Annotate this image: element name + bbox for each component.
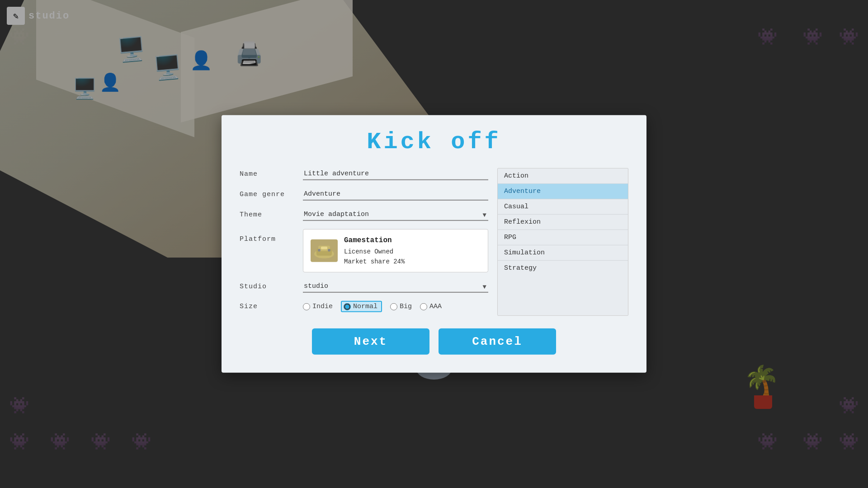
genre-rpg[interactable]: RPG — [498, 230, 628, 245]
genre-adventure[interactable]: Adventure — [498, 184, 628, 199]
genre-simulation[interactable]: Simulation — [498, 245, 628, 261]
genre-strategy[interactable]: Strategy — [498, 261, 628, 276]
studio-select-wrapper: studio ▼ — [303, 281, 488, 293]
size-row: Size Indie Normal Big — [240, 301, 488, 312]
genre-casual[interactable]: Casual — [498, 199, 628, 215]
name-input[interactable] — [303, 168, 488, 180]
size-indie-radio[interactable] — [303, 303, 310, 310]
size-aaa[interactable]: AAA — [420, 303, 442, 310]
genre-input[interactable] — [303, 188, 488, 201]
size-big-label: Big — [400, 303, 412, 310]
platform-name: Gamestation — [344, 235, 405, 247]
name-row: Name — [240, 168, 488, 180]
kickoff-modal: Kick off Name Game genre Theme Movie ada… — [222, 115, 646, 373]
next-button[interactable]: Next — [312, 328, 429, 355]
size-normal-label: Normal — [353, 303, 377, 310]
size-radio-group: Indie Normal Big AAA — [303, 301, 442, 312]
name-label: Name — [240, 170, 303, 178]
platform-license: License Owned — [344, 246, 405, 256]
platform-label: Platform — [240, 229, 303, 243]
studio-row: Studio studio ▼ — [240, 281, 488, 293]
form-section: Name Game genre Theme Movie adaptation F… — [240, 168, 488, 316]
svg-rect-3 — [321, 247, 327, 249]
genre-row: Game genre — [240, 188, 488, 201]
modal-body: Name Game genre Theme Movie adaptation F… — [240, 168, 628, 316]
size-aaa-label: AAA — [429, 303, 442, 310]
platform-icon — [311, 239, 338, 262]
size-normal-radio[interactable] — [344, 303, 351, 310]
genre-label: Game genre — [240, 191, 303, 198]
theme-label: Theme — [240, 211, 303, 219]
platform-info: Gamestation License Owned Market share 2… — [344, 235, 405, 267]
studio-label: Studio — [240, 283, 303, 291]
genre-list: Action Adventure Casual Reflexion RPG Si… — [497, 168, 628, 316]
size-big-radio[interactable] — [390, 303, 397, 310]
size-big[interactable]: Big — [390, 303, 412, 310]
size-indie-label: Indie — [312, 303, 333, 310]
size-indie[interactable]: Indie — [303, 303, 333, 310]
platform-market: Market share 24% — [344, 257, 405, 267]
theme-row: Theme Movie adaptation Fantasy Sci-Fi Ho… — [240, 209, 488, 221]
cancel-button[interactable]: Cancel — [439, 328, 556, 355]
genre-reflexion[interactable]: Reflexion — [498, 215, 628, 230]
modal-title: Kick off — [240, 129, 628, 155]
size-aaa-radio[interactable] — [420, 303, 427, 310]
platform-row: Platform Gamestat — [240, 229, 488, 272]
platform-card[interactable]: Gamestation License Owned Market share 2… — [303, 229, 488, 272]
svg-point-4 — [318, 249, 321, 252]
theme-select-wrapper: Movie adaptation Fantasy Sci-Fi Horror ▼ — [303, 209, 488, 221]
genre-action[interactable]: Action — [498, 169, 628, 184]
svg-point-5 — [328, 249, 330, 252]
theme-select[interactable]: Movie adaptation Fantasy Sci-Fi Horror — [303, 209, 488, 221]
size-normal[interactable]: Normal — [341, 301, 382, 312]
buttons-row: Next Cancel — [240, 328, 628, 355]
studio-select[interactable]: studio — [303, 281, 488, 293]
size-label: Size — [240, 303, 303, 310]
